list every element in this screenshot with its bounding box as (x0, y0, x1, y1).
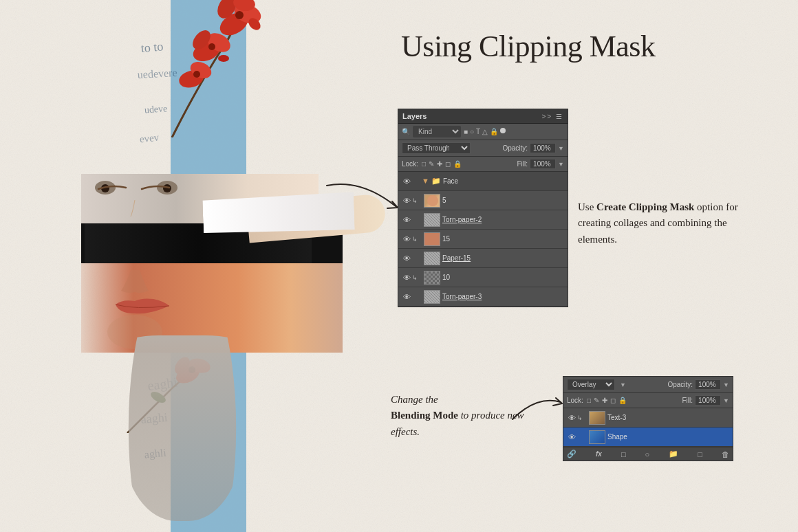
overlay-lock-row: Lock: □ ✎ ✚ ◻ 🔒 Fill: ▼ (563, 393, 733, 408)
layer-visibility-p15[interactable]: 👁 (401, 253, 412, 264)
footer-circle-icon[interactable]: ○ (645, 450, 650, 458)
layers-list: 👁 ▼ 📁 Face 👁 ↳ 5 👁 Torn-paper-2 👁 ↳ (398, 172, 568, 307)
lock-pixel-icon[interactable]: ✎ (429, 160, 434, 168)
layer-item-15[interactable]: 👁 ↳ 15 (398, 230, 568, 249)
layer-thumb-tp2 (424, 213, 440, 227)
footer-mask-icon[interactable]: □ (621, 450, 626, 458)
lock-row: Lock: □ ✎ ✚ ◻ 🔒 Fill: ▼ (398, 157, 568, 172)
layer-thumb-10 (424, 271, 440, 285)
layer-name-face: Face (443, 177, 565, 185)
lock-artboard-icon[interactable]: ◻ (445, 160, 451, 168)
overlay-thumb-shape (589, 430, 605, 444)
flower-top (89, 0, 282, 137)
opacity-input[interactable] (530, 143, 556, 153)
adj-filter-icon[interactable]: ○ (470, 128, 474, 135)
blend-mode-row: Pass Through Normal Overlay Multiply Opa… (398, 140, 568, 157)
ovl-lock-transparent-icon[interactable]: □ (587, 397, 591, 404)
layer-filter-dropdown[interactable]: Kind (413, 126, 461, 137)
layer-name-tp3: Torn-paper-3 (442, 293, 565, 300)
lock-transparent-icon[interactable]: □ (422, 160, 426, 168)
layer-item-torn-paper-3[interactable]: 👁 Torn-paper-3 (398, 287, 568, 307)
overlay-opacity-area: Opacity: ▼ (667, 379, 729, 390)
overlay-blend-select[interactable]: Overlay Normal Multiply (567, 379, 615, 390)
shape-filter-icon[interactable]: △ (482, 128, 488, 135)
desc2-bold: Blending Mode (391, 410, 458, 421)
overlay-fill-input[interactable] (695, 395, 721, 406)
layer-item-5[interactable]: 👁 ↳ 5 (398, 191, 568, 210)
ovl-lock-position-icon[interactable]: ✚ (602, 397, 607, 404)
footer-add-icon[interactable]: □ (698, 450, 702, 458)
desc1-bold: Create Clipping Mask (596, 201, 694, 212)
layer-thumb-5 (424, 194, 440, 208)
layer-item-paper-15[interactable]: 👁 Paper-15 (398, 249, 568, 268)
layer-visibility-10[interactable]: 👁 (401, 272, 412, 283)
ovl-lock-pixel-icon[interactable]: ✎ (594, 397, 599, 404)
layer-group-face[interactable]: 👁 ▼ 📁 Face (398, 172, 568, 191)
layer-item-10[interactable]: 👁 ↳ 10 (398, 268, 568, 287)
ovl-lock-all-icon[interactable]: 🔒 (618, 397, 627, 404)
overlay-panel: Overlay Normal Multiply ▼ Opacity: ▼ Loc… (563, 376, 733, 461)
layer-name-15: 15 (442, 235, 565, 243)
layer-name-5: 5 (442, 197, 565, 204)
title-text: Using Clipping Mask (401, 29, 655, 64)
layer-link-5: ↳ (412, 197, 422, 204)
layers-header-controls[interactable]: >> ☰ (542, 113, 563, 120)
lock-label: Lock: (402, 160, 418, 168)
overlay-fill-area: Fill: ▼ (682, 395, 729, 406)
type-filter-icon[interactable]: T (476, 128, 480, 135)
lock-position-icon[interactable]: ✚ (437, 160, 442, 168)
svg-point-29 (427, 195, 438, 206)
blend-mode-select[interactable]: Pass Through Normal Overlay Multiply (402, 142, 471, 154)
overlay-name-shape: Shape (607, 433, 730, 441)
smart-filter-icon[interactable]: 🔒 (490, 128, 498, 135)
footer-link-icon[interactable]: 🔗 (567, 450, 576, 458)
main-title: Using Clipping Mask (401, 29, 655, 64)
overlay-layers-list: 👁 ↳ Text-3 👁 Shape (563, 408, 733, 447)
overlay-visibility-shape[interactable]: 👁 (566, 432, 577, 443)
opacity-arrow[interactable]: ▼ (558, 145, 564, 152)
layer-thumb-15 (424, 232, 440, 246)
svg-point-19 (193, 71, 200, 78)
layer-visibility-tp2[interactable]: 👁 (401, 214, 412, 225)
layers-panel-header: Layers >> ☰ (398, 109, 568, 124)
fill-area: Fill: ▼ (517, 159, 564, 169)
layer-visibility-tp3[interactable]: 👁 (401, 291, 412, 302)
fill-label: Fill: (517, 160, 528, 168)
circle-indicator (500, 128, 506, 133)
layer-visibility-5[interactable]: 👁 (401, 195, 412, 206)
lock-all-icon[interactable]: 🔒 (453, 160, 462, 168)
layer-item-torn-paper-2[interactable]: 👁 Torn-paper-2 (398, 210, 568, 230)
footer-folder-icon[interactable]: 📁 (669, 450, 678, 458)
neck-shoulder (124, 335, 241, 521)
overlay-name-text3: Text-3 (607, 414, 730, 421)
layer-thumb-tp3 (424, 290, 440, 304)
layer-visibility-15[interactable]: 👁 (401, 234, 412, 245)
svg-point-16 (208, 43, 215, 50)
layers-panel: Layers >> ☰ 🔍 Kind ■ ○ T △ 🔒 Pass Throug… (398, 109, 568, 307)
svg-rect-30 (424, 232, 440, 246)
overlay-opacity-arrow[interactable]: ▼ (723, 381, 729, 388)
overlay-fill-label: Fill: (682, 397, 693, 404)
description-clipping-mask: Use Create Clipping Mask option for crea… (578, 199, 750, 247)
search-icon: 🔍 (402, 128, 410, 135)
overlay-lock-label: Lock: (567, 397, 583, 404)
layer-visibility-face[interactable]: 👁 (401, 176, 412, 187)
svg-point-21 (218, 55, 229, 62)
footer-fx-icon[interactable]: fx (596, 450, 602, 458)
layer-link-10: ↳ (412, 274, 422, 281)
overlay-opacity-input[interactable] (695, 379, 721, 390)
overlay-layer-text3[interactable]: 👁 ↳ Text-3 (563, 408, 733, 428)
fill-arrow[interactable]: ▼ (558, 161, 564, 168)
layers-toolbar: 🔍 Kind ■ ○ T △ 🔒 (398, 124, 568, 140)
overlay-fill-arrow[interactable]: ▼ (723, 397, 729, 404)
pixel-filter-icon[interactable]: ■ (464, 128, 468, 135)
ovl-lock-artboard-icon[interactable]: ◻ (610, 397, 616, 404)
description-blending-mode: Change the Blending Mode to produce new … (391, 392, 542, 440)
overlay-layer-shape[interactable]: 👁 Shape (563, 428, 733, 447)
overlay-opacity-label: Opacity: (667, 381, 693, 388)
overlay-blend-arrow[interactable]: ▼ (620, 381, 626, 388)
footer-trash-icon[interactable]: 🗑 (722, 450, 729, 458)
fill-input[interactable] (530, 159, 556, 169)
layer-name-tp2: Torn-paper-2 (442, 216, 565, 223)
overlay-visibility-text3[interactable]: 👁 (566, 412, 577, 423)
